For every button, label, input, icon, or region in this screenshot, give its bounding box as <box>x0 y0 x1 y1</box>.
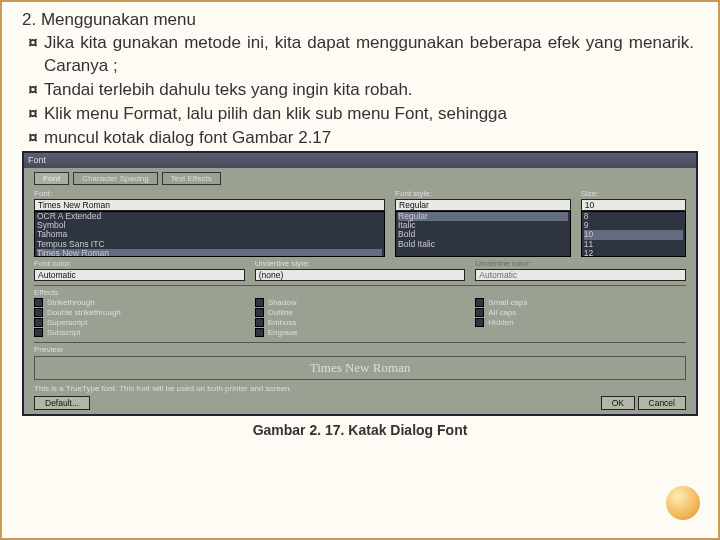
font-dialog: Font Font Character Spacing Text Effects… <box>22 151 698 416</box>
slide-content: 2. Menggunakan menu ¤ Jika kita gunakan … <box>2 2 718 150</box>
checkbox-small-caps[interactable] <box>475 298 484 307</box>
effect-label: Subscript <box>47 328 80 338</box>
list-item[interactable]: Times New Roman <box>37 249 382 257</box>
bullet-item: ¤ muncul kotak dialog font Gambar 2.17 <box>22 127 694 150</box>
checkbox-hidden[interactable] <box>475 318 484 327</box>
dialog-tabs: Font Character Spacing Text Effects <box>34 172 686 185</box>
underline-style-label: Underline style: <box>255 259 466 268</box>
checkbox-shadow[interactable] <box>255 298 264 307</box>
list-item[interactable]: Regular <box>398 212 568 221</box>
bullet-item: ¤ Tandai terlebih dahulu teks yang ingin… <box>22 79 694 102</box>
font-color-select[interactable]: Automatic <box>34 269 245 281</box>
list-item[interactable]: 11 <box>584 240 683 249</box>
checkbox-strikethrough[interactable] <box>34 298 43 307</box>
effect-label: Double strikethrough <box>47 308 121 318</box>
effect-label: Small caps <box>488 298 527 308</box>
bullet-icon: ¤ <box>22 127 44 150</box>
list-item[interactable]: Bold Italic <box>398 240 568 249</box>
font-listbox[interactable]: OCR A Extended Symbol Tahoma Tempus Sans… <box>34 211 385 257</box>
list-item[interactable]: Symbol <box>37 221 382 230</box>
checkbox-outline[interactable] <box>255 308 264 317</box>
effect-label: Emboss <box>268 318 297 328</box>
font-input[interactable]: Times New Roman <box>34 199 385 211</box>
color-row: Font color: Automatic Underline style: (… <box>34 259 686 281</box>
bullet-text: Klik menu Format, lalu pilih dan klik su… <box>44 103 694 126</box>
bullet-icon: ¤ <box>22 79 44 102</box>
preview-label: Preview <box>34 345 686 354</box>
tab-font[interactable]: Font <box>34 172 69 185</box>
list-item[interactable]: 9 <box>584 221 683 230</box>
checkbox-emboss[interactable] <box>255 318 264 327</box>
tab-character-spacing[interactable]: Character Spacing <box>73 172 157 185</box>
section-heading: 2. Menggunakan menu <box>22 10 694 30</box>
list-item[interactable]: 8 <box>584 212 683 221</box>
font-note: This is a TrueType font. This font will … <box>34 384 686 393</box>
checkbox-engrave[interactable] <box>255 328 264 337</box>
bullet-text: muncul kotak dialog font Gambar 2.17 <box>44 127 694 150</box>
list-item[interactable]: 10 <box>584 230 683 239</box>
list-item[interactable]: Italic <box>398 221 568 230</box>
effect-label: Superscript <box>47 318 87 328</box>
underline-style-select[interactable]: (none) <box>255 269 466 281</box>
checkbox-double-strikethrough[interactable] <box>34 308 43 317</box>
dialog-titlebar[interactable]: Font <box>24 153 696 168</box>
effect-label: All caps <box>488 308 516 318</box>
checkbox-subscript[interactable] <box>34 328 43 337</box>
bullet-icon: ¤ <box>22 32 44 78</box>
style-input[interactable]: Regular <box>395 199 571 211</box>
bullet-text: Jika kita gunakan metode ini, kita dapat… <box>44 32 694 78</box>
font-row: Font: Times New Roman OCR A Extended Sym… <box>34 189 686 257</box>
divider <box>34 342 686 343</box>
effect-label: Outline <box>268 308 293 318</box>
font-label: Font: <box>34 189 385 198</box>
style-listbox[interactable]: Regular Italic Bold Bold Italic <box>395 211 571 257</box>
effect-label: Hidden <box>488 318 513 328</box>
effects-label: Effects <box>34 288 686 297</box>
list-item[interactable]: 12 <box>584 249 683 257</box>
font-color-label: Font color: <box>34 259 245 268</box>
bullet-icon: ¤ <box>22 103 44 126</box>
size-label: Size: <box>581 189 686 198</box>
effect-label: Shadow <box>268 298 297 308</box>
checkbox-superscript[interactable] <box>34 318 43 327</box>
effects-group: Strikethrough Double strikethrough Super… <box>34 298 686 338</box>
bullet-item: ¤ Klik menu Format, lalu pilih dan klik … <box>22 103 694 126</box>
divider <box>34 285 686 286</box>
figure-caption: Gambar 2. 17. Katak Dialog Font <box>2 422 718 438</box>
bullet-text: Tandai terlebih dahulu teks yang ingin k… <box>44 79 694 102</box>
underline-color-select: Automatic <box>475 269 686 281</box>
tab-text-effects[interactable]: Text Effects <box>162 172 221 185</box>
preview-text: Times New Roman <box>310 360 411 376</box>
list-item[interactable]: OCR A Extended <box>37 212 382 221</box>
preview-pane: Times New Roman <box>34 356 686 380</box>
effect-label: Engrave <box>268 328 298 338</box>
style-label: Font style: <box>395 189 571 198</box>
size-listbox[interactable]: 8 9 10 11 12 <box>581 211 686 257</box>
bullet-item: ¤ Jika kita gunakan metode ini, kita dap… <box>22 32 694 78</box>
ok-button[interactable]: OK <box>601 396 635 410</box>
cancel-button[interactable]: Cancel <box>638 396 686 410</box>
default-button[interactable]: Default... <box>34 396 90 410</box>
underline-color-label: Underline color: <box>475 259 686 268</box>
checkbox-all-caps[interactable] <box>475 308 484 317</box>
dialog-title: Font <box>28 155 46 165</box>
effect-label: Strikethrough <box>47 298 95 308</box>
dialog-buttons: Default... OK Cancel <box>34 396 686 410</box>
size-input[interactable]: 10 <box>581 199 686 211</box>
decorative-orb <box>666 486 700 520</box>
